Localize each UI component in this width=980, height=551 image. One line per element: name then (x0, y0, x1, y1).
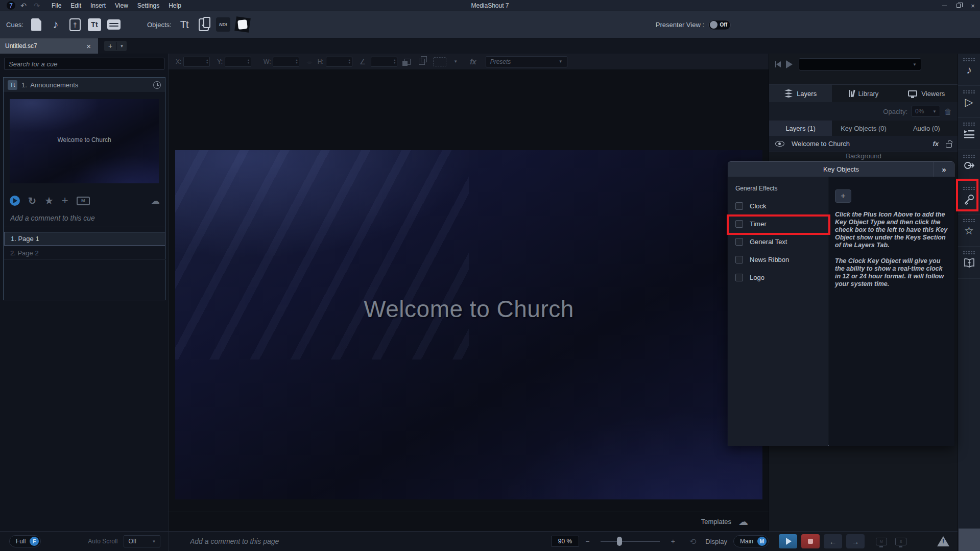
slide-text[interactable]: Welcome to Church (175, 295, 762, 323)
song-cue-button[interactable]: ♪ (47, 16, 64, 33)
cue-comment-input[interactable] (4, 209, 165, 227)
zoom-out-icon[interactable]: − (579, 537, 595, 545)
blank-cue-button[interactable] (28, 16, 45, 33)
add-tab-button[interactable]: + (104, 42, 117, 50)
logo-checkbox[interactable] (735, 274, 743, 281)
close-button[interactable]: × (966, 0, 980, 11)
unlock-icon[interactable] (946, 143, 952, 148)
tab-viewers[interactable]: Viewers (895, 85, 958, 102)
send-backward-icon[interactable] (419, 59, 425, 65)
skip-to-start-icon[interactable] (775, 61, 781, 67)
menu-settings[interactable]: Settings (133, 1, 164, 10)
menu-view[interactable]: View (110, 1, 133, 10)
edge-tool-remote[interactable] (958, 150, 980, 182)
subtab-audio[interactable]: Audio (0) (895, 121, 958, 136)
display-selector[interactable]: Main M (733, 535, 769, 547)
add-key-object-button[interactable]: + (835, 189, 851, 203)
text-cue-button[interactable]: Tt (86, 16, 103, 33)
general-text-checkbox[interactable] (735, 238, 743, 246)
app-logo-icon[interactable]: 7 (7, 1, 15, 10)
edge-tool-play[interactable]: ▷ (958, 86, 980, 118)
undo-icon[interactable]: ↶ (18, 2, 29, 10)
clock-checkbox[interactable] (735, 202, 743, 210)
cue-search-input[interactable] (4, 58, 164, 70)
cue-card-announcements[interactable]: Tt 1. Announcements Welcome to Church ↻ … (3, 77, 165, 300)
templates-label[interactable]: Templates (701, 518, 731, 525)
subtab-layers[interactable]: Layers (1) (769, 121, 832, 136)
subtab-key-objects[interactable]: Key Objects (0) (832, 121, 895, 136)
cue-thumbnail[interactable]: Welcome to Church (10, 99, 159, 183)
popup-collapse-button[interactable]: » (934, 162, 954, 177)
key-object-general-text[interactable]: General Text (728, 233, 828, 251)
zoom-slider-handle[interactable] (617, 537, 622, 546)
cue-timer-icon[interactable] (153, 81, 161, 89)
w-input[interactable] (273, 57, 299, 67)
opacity-dropdown[interactable]: 0% ▼ (912, 106, 940, 117)
key-object-logo[interactable]: Logo (728, 269, 828, 286)
add-tab-dropdown[interactable]: ▾ (117, 43, 127, 49)
minimize-button[interactable] (937, 0, 951, 11)
zoom-value-field[interactable]: 90 % (551, 536, 580, 547)
refresh-icon[interactable]: ⟲ (689, 537, 696, 546)
x-input[interactable] (183, 57, 210, 67)
text-object-button[interactable]: Tt (176, 16, 193, 33)
menu-file[interactable]: File (47, 1, 66, 10)
tab-untitled[interactable]: Untitled.sc7 × (0, 38, 98, 54)
visibility-eye-icon[interactable] (775, 141, 784, 147)
presenter-view-toggle[interactable]: Off (708, 20, 731, 30)
fire-play-button[interactable] (779, 534, 797, 548)
previous-button[interactable]: ← (824, 534, 842, 548)
page-comment-input[interactable] (190, 537, 495, 545)
playlist-object-button[interactable]: ✓ (195, 16, 212, 33)
cue-add-icon[interactable]: + (62, 194, 68, 207)
stop-button[interactable] (801, 534, 820, 548)
bible-cue-button[interactable]: † (66, 16, 84, 33)
media-object-button[interactable] (234, 16, 251, 33)
menu-edit[interactable]: Edit (66, 1, 86, 10)
next-button[interactable]: → (846, 534, 865, 548)
zoom-in-icon[interactable]: + (665, 537, 681, 545)
key-object-timer[interactable]: Timer (728, 215, 828, 233)
transition-dropdown[interactable]: ▼ (799, 58, 921, 70)
bring-forward-icon[interactable] (404, 59, 411, 65)
tab-library[interactable]: Library (832, 85, 895, 102)
trash-icon[interactable]: 🗑 (944, 107, 952, 116)
effects-icon[interactable]: fx (470, 58, 476, 66)
link-dimensions-icon[interactable]: ⌯ (306, 57, 312, 66)
edge-tool-bible[interactable] (958, 247, 980, 279)
cue-loop-icon[interactable]: ↻ (28, 195, 36, 207)
alignment-dropdown[interactable] (433, 57, 446, 66)
y-input[interactable] (225, 57, 251, 67)
layer-fx-icon[interactable]: fx (933, 140, 939, 148)
key-object-news-ribbon[interactable]: News Ribbon (728, 251, 828, 269)
cue-media-icon[interactable]: M (77, 197, 90, 205)
rotation-input[interactable] (371, 57, 397, 67)
menu-insert[interactable]: Insert (86, 1, 110, 10)
page-row-2[interactable]: 2. Page 2 (4, 246, 165, 260)
edge-tool-favorites[interactable]: ☆ (958, 214, 980, 247)
zoom-slider[interactable] (601, 541, 659, 542)
redo-icon[interactable]: ↷ (32, 2, 42, 10)
layer-row-background[interactable]: Background (769, 152, 958, 161)
h-input[interactable] (326, 57, 352, 67)
full-mode-toggle[interactable]: Full F (9, 535, 41, 547)
cue-cloud-icon[interactable]: ☁ (151, 196, 160, 206)
edge-tool-song[interactable]: ♪ (958, 54, 980, 86)
ndi-object-button[interactable]: NDI (214, 16, 232, 33)
page-row-1[interactable]: 1. Page 1 (4, 232, 165, 246)
restore-button[interactable] (951, 0, 966, 11)
slide-canvas[interactable]: Welcome to Church (175, 150, 762, 499)
preview-play-icon[interactable] (786, 60, 793, 68)
templates-cloud-icon[interactable]: ☁ (738, 516, 748, 528)
edge-tool-playlist[interactable] (958, 118, 980, 150)
presets-dropdown[interactable]: Presets ▼ (486, 56, 567, 67)
cue-header[interactable]: Tt 1. Announcements (4, 78, 165, 92)
comment-cue-button[interactable] (105, 16, 123, 33)
auto-scroll-dropdown[interactable]: Off ▼ (124, 535, 160, 547)
tab-layers[interactable]: Layers (769, 85, 832, 102)
menu-help[interactable]: Help (164, 1, 186, 10)
cue-play-icon[interactable] (10, 196, 20, 206)
cue-favorite-icon[interactable]: ★ (44, 195, 54, 207)
layer-row-welcome[interactable]: Welcome to Church fx (769, 136, 958, 152)
alignment-chevron-icon[interactable]: ▼ (453, 59, 458, 64)
